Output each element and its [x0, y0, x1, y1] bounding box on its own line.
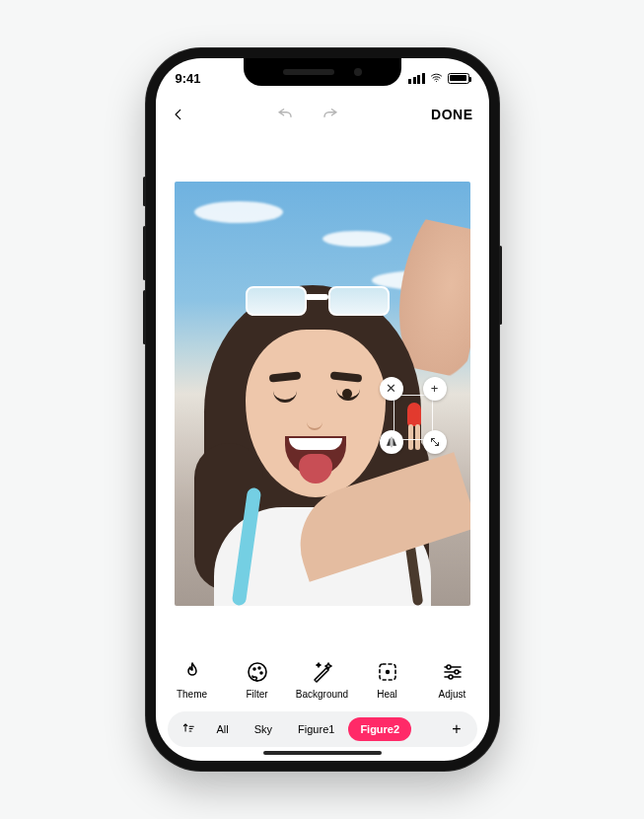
editor-canvas[interactable]: ✕ + [156, 131, 489, 651]
tool-theme[interactable]: Theme [162, 659, 223, 700]
phone-side-button [143, 290, 146, 344]
svg-point-7 [455, 670, 459, 674]
heal-icon [375, 659, 400, 685]
palette-icon [245, 659, 270, 685]
undo-icon [275, 106, 295, 123]
photo-subject [244, 286, 392, 326]
svg-point-5 [386, 671, 389, 674]
svg-point-3 [260, 672, 262, 674]
redo-button[interactable] [321, 106, 340, 123]
layer-chip-sky[interactable]: Sky [243, 717, 284, 741]
handle-flip[interactable] [380, 430, 403, 454]
notch [244, 58, 401, 86]
tool-label: Heal [377, 689, 397, 700]
tool-background[interactable]: Background [292, 659, 353, 700]
status-time: 9:41 [176, 71, 201, 86]
speaker [283, 69, 334, 75]
phone-side-button [499, 246, 502, 325]
sort-icon [181, 721, 195, 735]
undo-button[interactable] [275, 106, 295, 123]
svg-point-8 [449, 675, 453, 679]
svg-point-1 [253, 668, 255, 670]
cellular-icon [408, 73, 425, 84]
handle-delete[interactable]: ✕ [380, 377, 403, 401]
transform-handles[interactable]: ✕ + [384, 379, 443, 450]
phone-side-button [143, 226, 146, 280]
photo[interactable]: ✕ + [175, 182, 470, 606]
tool-filter[interactable]: Filter [227, 659, 288, 700]
close-icon: ✕ [386, 381, 396, 396]
phone-side-button [143, 177, 146, 206]
layer-chip-figure2[interactable]: Figure2 [348, 717, 411, 741]
flip-horizontal-icon [385, 435, 398, 449]
screen: 9:41 DONE [156, 58, 489, 761]
tool-label: Background [296, 689, 348, 700]
tool-heal[interactable]: Heal [357, 659, 418, 700]
redo-icon [321, 106, 340, 123]
done-button[interactable]: DONE [431, 107, 472, 122]
layer-chips: AllSkyFigure1Figure2 + [168, 711, 477, 747]
tool-row: Theme Filter Background [156, 651, 489, 704]
layer-chip-figure1[interactable]: Figure1 [286, 717, 346, 741]
photo-sky [194, 201, 283, 223]
handle-add[interactable]: + [423, 377, 447, 401]
layer-chip-all[interactable]: All [205, 717, 241, 741]
page: 9:41 DONE [0, 0, 644, 819]
battery-icon [448, 73, 469, 84]
sliders-icon [440, 659, 465, 685]
tool-label: Adjust [439, 689, 466, 700]
home-indicator[interactable] [263, 751, 382, 755]
plus-icon: + [431, 381, 439, 396]
tool-adjust[interactable]: Adjust [422, 659, 483, 700]
tool-label: Filter [246, 689, 267, 700]
sort-button[interactable] [174, 715, 203, 743]
flame-icon [179, 659, 205, 685]
magic-wand-icon [310, 659, 335, 685]
wifi-icon [429, 72, 444, 84]
chevron-left-icon [172, 106, 185, 123]
front-camera [354, 68, 362, 76]
editor-topbar: DONE [156, 98, 489, 131]
add-layer-button[interactable]: + [442, 716, 470, 742]
handle-scale[interactable] [423, 430, 447, 454]
tool-label: Theme [177, 689, 207, 700]
phone-mock: 9:41 DONE [146, 48, 499, 771]
resize-icon [429, 436, 441, 448]
back-button[interactable] [172, 106, 185, 123]
svg-point-6 [447, 665, 451, 669]
svg-point-2 [258, 667, 260, 669]
